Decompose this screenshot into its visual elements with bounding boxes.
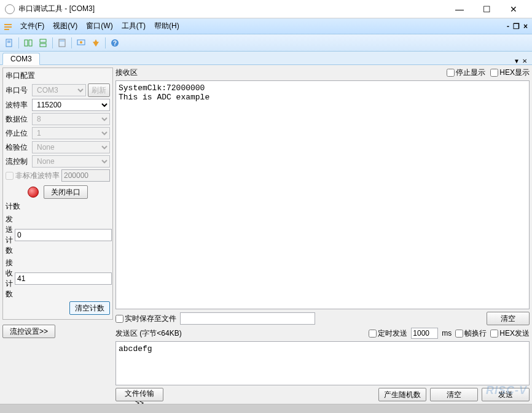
tx-count-label: 发送计数 xyxy=(6,214,13,256)
file-transfer-button[interactable]: 文件传输>> xyxy=(115,388,163,401)
serial-config-group: 串口配置 串口号 COM3 刷新 波特率 115200 数据位 8 停止位 1 … xyxy=(2,68,113,320)
timed-send-label: 定时发送 xyxy=(378,328,407,339)
tx-clear-button[interactable]: 清空 xyxy=(430,388,478,401)
svg-text:?: ? xyxy=(113,40,117,47)
toolbar: ? xyxy=(0,34,532,52)
new-icon[interactable] xyxy=(2,36,16,50)
horizontal-scrollbar[interactable] xyxy=(0,404,532,413)
minimize-button[interactable]: — xyxy=(446,1,473,18)
tx-button-row: 文件传输>> 产生随机数 清空 发送 xyxy=(115,388,530,401)
stop-bits-select[interactable]: 1 xyxy=(32,127,110,139)
counters-title: 计数 xyxy=(6,201,110,212)
tab-com3[interactable]: COM3 xyxy=(2,53,40,65)
save-file-checkbox[interactable] xyxy=(115,315,123,323)
scroll-thumb[interactable] xyxy=(0,404,532,413)
tab-strip: COM3 ▼ ✕ xyxy=(0,52,532,65)
timed-send-checkbox[interactable] xyxy=(369,330,377,338)
rx-count-label: 接收计数 xyxy=(6,258,13,299)
refresh-button[interactable]: 刷新 xyxy=(88,83,110,97)
menu-help[interactable]: 帮助(H) xyxy=(150,20,184,33)
layout-v-icon[interactable] xyxy=(36,36,50,50)
serial-config-title: 串口配置 xyxy=(6,71,110,81)
baud-select[interactable]: 115200 xyxy=(32,99,110,111)
help-icon[interactable]: ? xyxy=(108,36,122,50)
port-status-icon xyxy=(28,187,39,198)
data-bits-label: 数据位 xyxy=(6,114,30,125)
svg-rect-2 xyxy=(4,29,9,30)
rx-count-field[interactable] xyxy=(15,272,112,285)
hex-display-checkbox[interactable] xyxy=(490,69,498,77)
ms-unit: ms xyxy=(442,329,452,338)
mdi-restore[interactable]: ❐ xyxy=(511,22,522,31)
app-menu-icon[interactable] xyxy=(2,21,14,32)
menu-view[interactable]: 视图(V) xyxy=(49,20,82,33)
nonstd-label: 非标准波特率 xyxy=(15,171,60,181)
timed-send-ms[interactable] xyxy=(411,328,438,339)
maximize-button[interactable]: ☐ xyxy=(473,1,500,18)
tx-textarea[interactable] xyxy=(115,341,530,385)
svg-rect-11 xyxy=(60,40,65,42)
title-bar: 串口调试工具 - [COM3] — ☐ ✕ xyxy=(0,0,532,18)
close-button[interactable]: ✕ xyxy=(500,1,527,18)
random-button[interactable]: 产生随机数 xyxy=(378,388,426,401)
menu-window[interactable]: 窗口(W) xyxy=(82,20,117,33)
stop-display-label: 停止显示 xyxy=(456,68,485,78)
svg-rect-6 xyxy=(25,40,28,46)
send-button[interactable]: 发送 xyxy=(482,388,530,401)
rx-header: 接收区 停止显示 HEX显示 xyxy=(115,68,530,78)
rx-textarea[interactable]: SystemClk:72000000 This is ADC example xyxy=(115,80,530,309)
svg-rect-8 xyxy=(40,39,46,42)
svg-point-13 xyxy=(80,41,82,44)
svg-rect-3 xyxy=(6,39,12,47)
stop-bits-label: 停止位 xyxy=(6,128,30,139)
hex-send-checkbox[interactable] xyxy=(490,330,498,338)
close-port-button[interactable]: 关闭串口 xyxy=(44,185,88,199)
tx-header: 发送区 (字节<64KB) 定时发送 ms 帧换行 HEX发送 xyxy=(115,328,530,339)
app-icon xyxy=(5,4,15,14)
tab-close-icon[interactable]: ✕ xyxy=(522,58,527,64)
right-panel: 接收区 停止显示 HEX显示 SystemClk:72000000 This i… xyxy=(115,68,530,401)
flow-settings-button[interactable]: 流控设置>> xyxy=(2,325,55,338)
stop-display-checkbox[interactable] xyxy=(447,69,455,77)
clear-count-button[interactable]: 清空计数 xyxy=(69,301,110,315)
left-panel: 串口配置 串口号 COM3 刷新 波特率 115200 数据位 8 停止位 1 … xyxy=(2,68,113,401)
nonstd-checkbox[interactable] xyxy=(6,172,14,180)
frame-wrap-label: 帧换行 xyxy=(464,328,487,339)
port-label: 串口号 xyxy=(6,85,30,96)
menu-bar: 文件(F) 视图(V) 窗口(W) 工具(T) 帮助(H) - ❐ × xyxy=(0,18,532,34)
flow-label: 流控制 xyxy=(6,156,30,167)
tab-dropdown-icon[interactable]: ▼ xyxy=(514,58,520,64)
layout-h-icon[interactable] xyxy=(22,36,35,50)
calc-icon[interactable] xyxy=(55,36,69,50)
menu-file[interactable]: 文件(F) xyxy=(16,20,49,33)
tx-count-field[interactable] xyxy=(15,229,112,241)
client-area: 串口配置 串口号 COM3 刷新 波特率 115200 数据位 8 停止位 1 … xyxy=(0,65,532,404)
nonstd-value[interactable] xyxy=(61,169,110,182)
save-file-path[interactable] xyxy=(180,312,315,325)
parity-select[interactable]: None xyxy=(32,141,110,153)
hex-display-label: HEX显示 xyxy=(499,68,530,78)
frame-wrap-checkbox[interactable] xyxy=(455,330,463,338)
save-file-row: 实时保存至文件 清空 xyxy=(115,312,530,325)
tx-label: 发送区 (字节<64KB) xyxy=(115,328,182,339)
mdi-minimize[interactable]: - xyxy=(505,22,511,31)
hex-send-label: HEX发送 xyxy=(499,328,530,339)
pin-icon[interactable] xyxy=(89,36,103,50)
port-select[interactable]: COM3 xyxy=(32,84,86,96)
monitor-icon[interactable] xyxy=(74,36,88,50)
flow-control-select[interactable]: None xyxy=(32,155,110,168)
menu-tools[interactable]: 工具(T) xyxy=(117,20,150,33)
data-bits-select[interactable]: 8 xyxy=(32,113,110,125)
rx-clear-button[interactable]: 清空 xyxy=(487,312,530,325)
svg-rect-9 xyxy=(40,44,46,47)
rx-label: 接收区 xyxy=(115,68,442,78)
parity-label: 检验位 xyxy=(6,142,30,153)
save-file-label: 实时保存至文件 xyxy=(125,314,176,324)
svg-rect-1 xyxy=(4,26,12,28)
svg-rect-0 xyxy=(4,24,12,25)
baud-label: 波特率 xyxy=(6,100,30,110)
window-title: 串口调试工具 - [COM3] xyxy=(18,4,446,14)
mdi-close[interactable]: × xyxy=(522,22,530,31)
svg-rect-7 xyxy=(29,40,32,46)
